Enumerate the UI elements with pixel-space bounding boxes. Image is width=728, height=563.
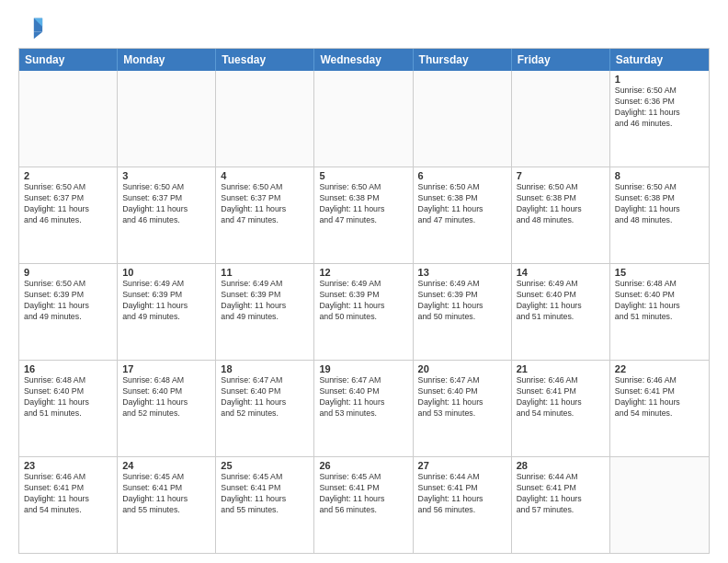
calendar-cell (216, 71, 314, 167)
day-number: 24 (122, 460, 210, 471)
day-number: 8 (615, 170, 704, 181)
day-number: 21 (517, 363, 605, 374)
calendar-row-4: 16Sunrise: 6:48 AM Sunset: 6:40 PM Dayli… (19, 361, 709, 457)
day-info: Sunrise: 6:48 AM Sunset: 6:40 PM Dayligh… (615, 279, 704, 323)
calendar-cell: 11Sunrise: 6:49 AM Sunset: 6:39 PM Dayli… (216, 264, 314, 360)
calendar-cell (610, 457, 709, 553)
calendar-cell: 26Sunrise: 6:45 AM Sunset: 6:41 PM Dayli… (314, 457, 413, 553)
day-number: 5 (319, 170, 407, 181)
day-number: 18 (221, 363, 309, 374)
day-info: Sunrise: 6:50 AM Sunset: 6:38 PM Dayligh… (615, 182, 704, 226)
day-number: 9 (24, 267, 112, 278)
day-number: 1 (615, 74, 704, 85)
day-number: 17 (122, 363, 210, 374)
day-info: Sunrise: 6:49 AM Sunset: 6:39 PM Dayligh… (221, 279, 309, 323)
calendar-cell (314, 71, 413, 167)
calendar-cell: 9Sunrise: 6:50 AM Sunset: 6:39 PM Daylig… (19, 264, 118, 360)
day-number: 15 (615, 267, 704, 278)
calendar-cell: 3Sunrise: 6:50 AM Sunset: 6:37 PM Daylig… (118, 167, 216, 263)
calendar-cell: 5Sunrise: 6:50 AM Sunset: 6:38 PM Daylig… (314, 167, 413, 263)
calendar-cell: 24Sunrise: 6:45 AM Sunset: 6:41 PM Dayli… (118, 457, 216, 553)
day-number: 10 (122, 267, 210, 278)
day-info: Sunrise: 6:49 AM Sunset: 6:39 PM Dayligh… (319, 279, 407, 323)
day-info: Sunrise: 6:49 AM Sunset: 6:39 PM Dayligh… (122, 279, 210, 323)
day-number: 2 (24, 170, 112, 181)
day-number: 27 (418, 460, 506, 471)
calendar-cell: 8Sunrise: 6:50 AM Sunset: 6:38 PM Daylig… (610, 167, 709, 263)
day-number: 19 (319, 363, 407, 374)
calendar-cell: 1Sunrise: 6:50 AM Sunset: 6:36 PM Daylig… (610, 71, 709, 167)
day-number: 6 (418, 170, 506, 181)
calendar-cell: 14Sunrise: 6:49 AM Sunset: 6:40 PM Dayli… (512, 264, 610, 360)
day-number: 7 (517, 170, 605, 181)
calendar-cell: 6Sunrise: 6:50 AM Sunset: 6:38 PM Daylig… (414, 167, 512, 263)
calendar-body: 1Sunrise: 6:50 AM Sunset: 6:36 PM Daylig… (19, 71, 709, 553)
day-number: 13 (418, 267, 506, 278)
calendar-cell: 28Sunrise: 6:44 AM Sunset: 6:41 PM Dayli… (512, 457, 610, 553)
calendar-cell: 16Sunrise: 6:48 AM Sunset: 6:40 PM Dayli… (19, 361, 118, 456)
header-day-saturday: Saturday (610, 49, 709, 71)
calendar-cell: 25Sunrise: 6:45 AM Sunset: 6:41 PM Dayli… (216, 457, 314, 553)
day-info: Sunrise: 6:50 AM Sunset: 6:36 PM Dayligh… (615, 86, 704, 130)
day-number: 16 (24, 363, 112, 374)
calendar-cell (19, 71, 118, 167)
day-info: Sunrise: 6:45 AM Sunset: 6:41 PM Dayligh… (122, 472, 210, 516)
calendar-cell: 22Sunrise: 6:46 AM Sunset: 6:41 PM Dayli… (610, 361, 709, 456)
day-number: 12 (319, 267, 407, 278)
calendar: SundayMondayTuesdayWednesdayThursdayFrid… (18, 48, 710, 554)
day-number: 28 (517, 460, 605, 471)
day-number: 22 (615, 363, 704, 374)
day-info: Sunrise: 6:44 AM Sunset: 6:41 PM Dayligh… (418, 472, 506, 516)
day-info: Sunrise: 6:48 AM Sunset: 6:40 PM Dayligh… (122, 375, 210, 419)
calendar-row-2: 2Sunrise: 6:50 AM Sunset: 6:37 PM Daylig… (19, 167, 709, 264)
calendar-cell: 13Sunrise: 6:49 AM Sunset: 6:39 PM Dayli… (414, 264, 512, 360)
day-number: 11 (221, 267, 309, 278)
day-info: Sunrise: 6:48 AM Sunset: 6:40 PM Dayligh… (24, 375, 112, 419)
day-info: Sunrise: 6:47 AM Sunset: 6:40 PM Dayligh… (319, 375, 407, 419)
header-day-wednesday: Wednesday (314, 49, 413, 71)
header-day-tuesday: Tuesday (216, 49, 314, 71)
day-number: 26 (319, 460, 407, 471)
day-info: Sunrise: 6:47 AM Sunset: 6:40 PM Dayligh… (221, 375, 309, 419)
day-info: Sunrise: 6:45 AM Sunset: 6:41 PM Dayligh… (221, 472, 309, 516)
day-info: Sunrise: 6:50 AM Sunset: 6:39 PM Dayligh… (24, 279, 112, 323)
day-info: Sunrise: 6:46 AM Sunset: 6:41 PM Dayligh… (615, 375, 704, 419)
day-info: Sunrise: 6:49 AM Sunset: 6:39 PM Dayligh… (418, 279, 506, 323)
calendar-cell (512, 71, 610, 167)
day-info: Sunrise: 6:50 AM Sunset: 6:37 PM Dayligh… (221, 182, 309, 226)
calendar-row-1: 1Sunrise: 6:50 AM Sunset: 6:36 PM Daylig… (19, 71, 709, 167)
day-info: Sunrise: 6:50 AM Sunset: 6:38 PM Dayligh… (418, 182, 506, 226)
day-number: 4 (221, 170, 309, 181)
calendar-row-5: 23Sunrise: 6:46 AM Sunset: 6:41 PM Dayli… (19, 457, 709, 553)
day-number: 3 (122, 170, 210, 181)
calendar-cell: 27Sunrise: 6:44 AM Sunset: 6:41 PM Dayli… (414, 457, 512, 553)
calendar-cell (414, 71, 512, 167)
calendar-row-3: 9Sunrise: 6:50 AM Sunset: 6:39 PM Daylig… (19, 264, 709, 361)
day-info: Sunrise: 6:46 AM Sunset: 6:41 PM Dayligh… (24, 472, 112, 516)
calendar-cell: 12Sunrise: 6:49 AM Sunset: 6:39 PM Dayli… (314, 264, 413, 360)
day-number: 25 (221, 460, 309, 471)
header-day-friday: Friday (512, 49, 610, 71)
day-info: Sunrise: 6:45 AM Sunset: 6:41 PM Dayligh… (319, 472, 407, 516)
calendar-cell: 10Sunrise: 6:49 AM Sunset: 6:39 PM Dayli… (118, 264, 216, 360)
calendar-cell: 21Sunrise: 6:46 AM Sunset: 6:41 PM Dayli… (512, 361, 610, 456)
day-number: 14 (517, 267, 605, 278)
calendar-cell: 7Sunrise: 6:50 AM Sunset: 6:38 PM Daylig… (512, 167, 610, 263)
calendar-cell: 23Sunrise: 6:46 AM Sunset: 6:41 PM Dayli… (19, 457, 118, 553)
logo (18, 15, 48, 40)
day-info: Sunrise: 6:50 AM Sunset: 6:38 PM Dayligh… (319, 182, 407, 226)
day-number: 23 (24, 460, 112, 471)
header-day-monday: Monday (118, 49, 216, 71)
day-info: Sunrise: 6:50 AM Sunset: 6:37 PM Dayligh… (122, 182, 210, 226)
calendar-header: SundayMondayTuesdayWednesdayThursdayFrid… (19, 49, 709, 71)
day-number: 20 (418, 363, 506, 374)
calendar-cell: 4Sunrise: 6:50 AM Sunset: 6:37 PM Daylig… (216, 167, 314, 263)
calendar-cell: 18Sunrise: 6:47 AM Sunset: 6:40 PM Dayli… (216, 361, 314, 456)
calendar-cell: 20Sunrise: 6:47 AM Sunset: 6:40 PM Dayli… (414, 361, 512, 456)
calendar-cell: 15Sunrise: 6:48 AM Sunset: 6:40 PM Dayli… (610, 264, 709, 360)
day-info: Sunrise: 6:50 AM Sunset: 6:37 PM Dayligh… (24, 182, 112, 226)
day-info: Sunrise: 6:50 AM Sunset: 6:38 PM Dayligh… (517, 182, 605, 226)
day-info: Sunrise: 6:44 AM Sunset: 6:41 PM Dayligh… (517, 472, 605, 516)
calendar-cell (118, 71, 216, 167)
header-day-sunday: Sunday (19, 49, 118, 71)
